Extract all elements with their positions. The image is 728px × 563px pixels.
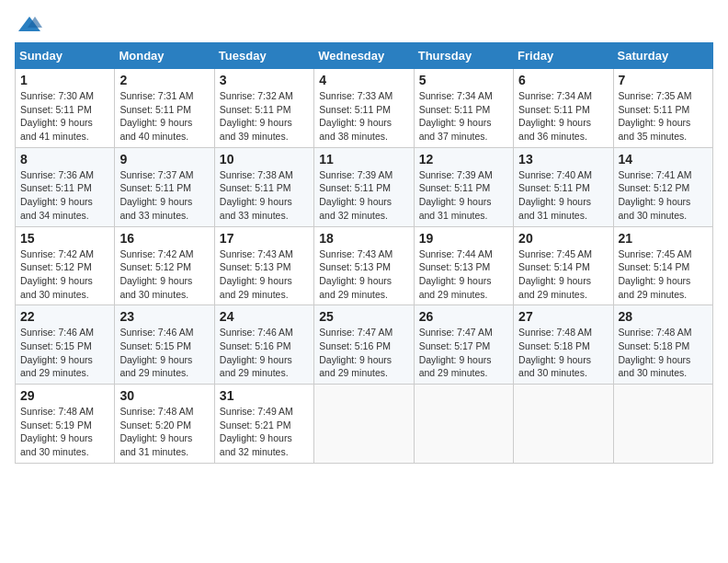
calendar-day-cell: 3Sunrise: 7:32 AMSunset: 5:11 PMDaylight… — [214, 69, 313, 148]
day-info: Sunrise: 7:42 AMSunset: 5:12 PMDaylight:… — [20, 247, 109, 302]
day-number: 16 — [119, 231, 209, 246]
calendar-day-cell: 16Sunrise: 7:42 AMSunset: 5:12 PMDayligh… — [115, 226, 214, 305]
weekday-header-thursday: Thursday — [414, 43, 513, 69]
calendar-day-cell: 31Sunrise: 7:49 AMSunset: 5:21 PMDayligh… — [214, 385, 313, 464]
empty-cell — [613, 385, 712, 464]
calendar-week-row: 29Sunrise: 7:48 AMSunset: 5:19 PMDayligh… — [16, 385, 713, 464]
weekday-header-tuesday: Tuesday — [214, 43, 313, 69]
day-info: Sunrise: 7:46 AMSunset: 5:16 PMDaylight:… — [220, 326, 309, 380]
day-number: 30 — [119, 388, 209, 403]
day-number: 31 — [220, 388, 309, 403]
weekday-header-sunday: Sunday — [16, 43, 115, 69]
day-info: Sunrise: 7:47 AMSunset: 5:17 PMDaylight:… — [419, 326, 508, 380]
page-header — [15, 15, 713, 31]
day-info: Sunrise: 7:48 AMSunset: 5:18 PMDaylight:… — [619, 326, 708, 380]
calendar-day-cell: 10Sunrise: 7:38 AMSunset: 5:11 PMDayligh… — [214, 147, 313, 226]
day-number: 2 — [119, 73, 209, 87]
calendar-day-cell: 6Sunrise: 7:34 AMSunset: 5:11 PMDaylight… — [514, 69, 613, 148]
weekday-header-row: SundayMondayTuesdayWednesdayThursdayFrid… — [16, 43, 713, 69]
day-number: 18 — [319, 231, 408, 246]
day-info: Sunrise: 7:41 AMSunset: 5:12 PMDaylight:… — [619, 168, 708, 223]
day-number: 9 — [119, 152, 209, 167]
day-number: 29 — [20, 388, 109, 403]
day-info: Sunrise: 7:39 AMSunset: 5:11 PMDaylight:… — [419, 168, 508, 223]
calendar-day-cell: 24Sunrise: 7:46 AMSunset: 5:16 PMDayligh… — [214, 305, 313, 385]
day-info: Sunrise: 7:48 AMSunset: 5:19 PMDaylight:… — [20, 405, 109, 459]
empty-cell — [514, 385, 613, 464]
calendar-day-cell: 28Sunrise: 7:48 AMSunset: 5:18 PMDayligh… — [613, 305, 712, 385]
day-info: Sunrise: 7:35 AMSunset: 5:11 PMDaylight:… — [619, 89, 708, 144]
empty-cell — [414, 385, 513, 464]
calendar-week-row: 22Sunrise: 7:46 AMSunset: 5:15 PMDayligh… — [16, 305, 713, 385]
day-number: 26 — [419, 309, 508, 324]
calendar-day-cell: 13Sunrise: 7:40 AMSunset: 5:11 PMDayligh… — [514, 147, 613, 226]
day-number: 4 — [319, 73, 408, 87]
day-number: 25 — [319, 309, 408, 324]
day-info: Sunrise: 7:33 AMSunset: 5:11 PMDaylight:… — [319, 89, 408, 144]
day-number: 1 — [20, 73, 109, 87]
calendar-day-cell: 18Sunrise: 7:43 AMSunset: 5:13 PMDayligh… — [314, 226, 414, 305]
calendar-day-cell: 27Sunrise: 7:48 AMSunset: 5:18 PMDayligh… — [514, 305, 613, 385]
day-info: Sunrise: 7:36 AMSunset: 5:11 PMDaylight:… — [20, 168, 109, 223]
day-number: 10 — [220, 152, 309, 167]
calendar-day-cell: 1Sunrise: 7:30 AMSunset: 5:11 PMDaylight… — [16, 69, 115, 148]
day-info: Sunrise: 7:43 AMSunset: 5:13 PMDaylight:… — [319, 247, 408, 302]
calendar-day-cell: 22Sunrise: 7:46 AMSunset: 5:15 PMDayligh… — [16, 305, 115, 385]
day-number: 3 — [220, 73, 309, 87]
day-info: Sunrise: 7:44 AMSunset: 5:13 PMDaylight:… — [419, 247, 508, 302]
day-info: Sunrise: 7:45 AMSunset: 5:14 PMDaylight:… — [518, 247, 608, 302]
day-info: Sunrise: 7:42 AMSunset: 5:12 PMDaylight:… — [119, 247, 209, 302]
weekday-header-wednesday: Wednesday — [314, 43, 414, 69]
day-number: 7 — [619, 73, 708, 87]
logo — [15, 15, 42, 31]
day-info: Sunrise: 7:48 AMSunset: 5:20 PMDaylight:… — [119, 405, 209, 459]
day-info: Sunrise: 7:46 AMSunset: 5:15 PMDaylight:… — [20, 326, 109, 380]
day-number: 21 — [619, 231, 708, 246]
calendar-day-cell: 2Sunrise: 7:31 AMSunset: 5:11 PMDaylight… — [115, 69, 214, 148]
day-info: Sunrise: 7:45 AMSunset: 5:14 PMDaylight:… — [619, 247, 708, 302]
day-info: Sunrise: 7:43 AMSunset: 5:13 PMDaylight:… — [220, 247, 309, 302]
day-number: 27 — [518, 309, 608, 324]
day-number: 11 — [319, 152, 408, 167]
day-number: 28 — [619, 309, 708, 324]
day-number: 22 — [20, 309, 109, 324]
day-number: 15 — [20, 231, 109, 246]
calendar-day-cell: 19Sunrise: 7:44 AMSunset: 5:13 PMDayligh… — [414, 226, 513, 305]
calendar-day-cell: 4Sunrise: 7:33 AMSunset: 5:11 PMDaylight… — [314, 69, 414, 148]
day-info: Sunrise: 7:34 AMSunset: 5:11 PMDaylight:… — [419, 89, 508, 144]
day-info: Sunrise: 7:40 AMSunset: 5:11 PMDaylight:… — [518, 168, 608, 223]
day-number: 13 — [518, 152, 608, 167]
calendar-day-cell: 15Sunrise: 7:42 AMSunset: 5:12 PMDayligh… — [16, 226, 115, 305]
day-number: 6 — [518, 73, 608, 87]
calendar-day-cell: 26Sunrise: 7:47 AMSunset: 5:17 PMDayligh… — [414, 305, 513, 385]
empty-cell — [314, 385, 414, 464]
calendar-day-cell: 20Sunrise: 7:45 AMSunset: 5:14 PMDayligh… — [514, 226, 613, 305]
calendar-day-cell: 29Sunrise: 7:48 AMSunset: 5:19 PMDayligh… — [16, 385, 115, 464]
day-info: Sunrise: 7:37 AMSunset: 5:11 PMDaylight:… — [119, 168, 209, 223]
day-number: 8 — [20, 152, 109, 167]
day-number: 17 — [220, 231, 309, 246]
day-info: Sunrise: 7:38 AMSunset: 5:11 PMDaylight:… — [220, 168, 309, 223]
calendar-day-cell: 12Sunrise: 7:39 AMSunset: 5:11 PMDayligh… — [414, 147, 513, 226]
day-info: Sunrise: 7:48 AMSunset: 5:18 PMDaylight:… — [518, 326, 608, 380]
calendar-week-row: 15Sunrise: 7:42 AMSunset: 5:12 PMDayligh… — [16, 226, 713, 305]
day-number: 19 — [419, 231, 508, 246]
weekday-header-friday: Friday — [514, 43, 613, 69]
calendar-day-cell: 5Sunrise: 7:34 AMSunset: 5:11 PMDaylight… — [414, 69, 513, 148]
day-info: Sunrise: 7:39 AMSunset: 5:11 PMDaylight:… — [319, 168, 408, 223]
calendar-day-cell: 11Sunrise: 7:39 AMSunset: 5:11 PMDayligh… — [314, 147, 414, 226]
calendar-day-cell: 25Sunrise: 7:47 AMSunset: 5:16 PMDayligh… — [314, 305, 414, 385]
logo-icon — [17, 15, 42, 35]
day-info: Sunrise: 7:46 AMSunset: 5:15 PMDaylight:… — [119, 326, 209, 380]
calendar-day-cell: 8Sunrise: 7:36 AMSunset: 5:11 PMDaylight… — [16, 147, 115, 226]
calendar-day-cell: 17Sunrise: 7:43 AMSunset: 5:13 PMDayligh… — [214, 226, 313, 305]
day-number: 12 — [419, 152, 508, 167]
calendar-day-cell: 7Sunrise: 7:35 AMSunset: 5:11 PMDaylight… — [613, 69, 712, 148]
day-number: 24 — [220, 309, 309, 324]
day-number: 14 — [619, 152, 708, 167]
calendar-day-cell: 9Sunrise: 7:37 AMSunset: 5:11 PMDaylight… — [115, 147, 214, 226]
weekday-header-saturday: Saturday — [613, 43, 712, 69]
day-number: 23 — [119, 309, 209, 324]
calendar-day-cell: 21Sunrise: 7:45 AMSunset: 5:14 PMDayligh… — [613, 226, 712, 305]
calendar-day-cell: 14Sunrise: 7:41 AMSunset: 5:12 PMDayligh… — [613, 147, 712, 226]
